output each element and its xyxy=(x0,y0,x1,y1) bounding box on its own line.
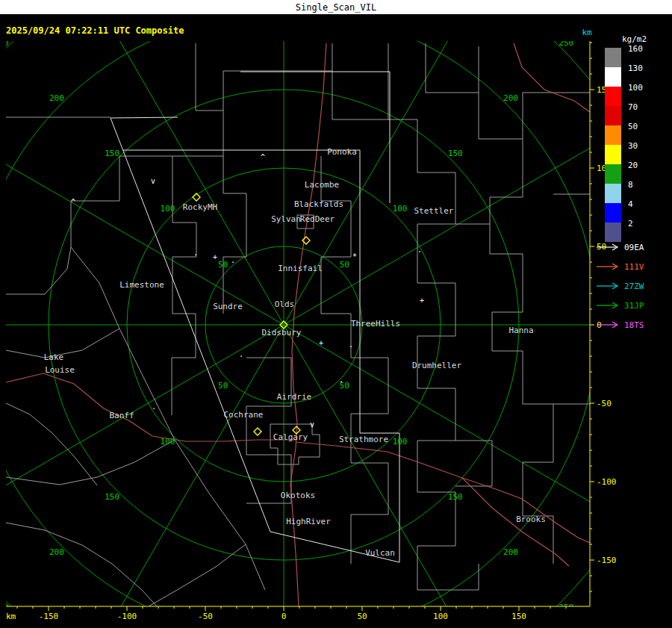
city-label: ThreeHills xyxy=(351,319,400,329)
bottom-axis-unit: km xyxy=(6,612,16,621)
legend-value: 2 xyxy=(628,220,633,228)
map-marker: · xyxy=(339,378,343,386)
map-marker: + xyxy=(319,339,323,347)
map-marker: · xyxy=(417,248,422,256)
legend-color-swatch xyxy=(605,48,621,67)
radar-pointer: 111V xyxy=(595,257,644,276)
range-label: 200 xyxy=(49,547,64,557)
bottom-axis-label: 50 xyxy=(357,612,367,621)
bottom-axis-label: 150 xyxy=(511,612,526,621)
radar-arrow-icon xyxy=(595,243,620,252)
radar-arrow-icon xyxy=(595,320,620,329)
county-boundary xyxy=(417,564,479,590)
legend-entry: 4 xyxy=(605,203,643,223)
legend-color-swatch xyxy=(605,184,621,203)
map-marker: · xyxy=(349,343,353,351)
radar-coverage-outline xyxy=(270,150,399,562)
bottom-axis-label: -100 xyxy=(117,612,137,621)
county-boundary xyxy=(426,43,479,93)
right-axis-label: -150 xyxy=(597,556,617,565)
bottom-axis-label: -50 xyxy=(198,612,213,621)
city-label: Strathmore xyxy=(339,435,388,444)
legend-color-swatch xyxy=(605,67,621,87)
range-label: 50 xyxy=(340,260,349,270)
county-boundary xyxy=(223,43,332,111)
map-marker: + xyxy=(213,253,217,261)
city-label: HighRiver xyxy=(286,517,331,526)
county-boundary xyxy=(6,440,175,485)
legend-value: 70 xyxy=(628,103,638,111)
legend-value: 30 xyxy=(628,142,638,150)
radar-pointer: 18TS xyxy=(595,315,644,335)
azimuth-line xyxy=(0,325,284,628)
plot-area: 5050505010010010010015015015015020020020… xyxy=(0,0,672,628)
radar-pointer: 09EA xyxy=(595,237,644,257)
legend-value: 130 xyxy=(628,64,643,72)
radar-coverage-outline xyxy=(111,117,178,118)
county-boundary xyxy=(479,93,590,139)
legend-value: 4 xyxy=(628,200,633,208)
right-axis-label: -50 xyxy=(597,399,612,408)
county-boundary xyxy=(417,388,455,590)
range-label: 150 xyxy=(448,149,463,158)
map-marker: v xyxy=(310,420,314,429)
city-label: Cochrane xyxy=(224,410,264,420)
range-ring xyxy=(0,11,597,628)
radar-id-label: 18TS xyxy=(624,320,644,330)
city-label: Innisfail xyxy=(278,264,323,273)
map-marker: * xyxy=(352,252,357,261)
county-boundary xyxy=(71,156,172,247)
legend-color-swatch xyxy=(605,87,621,106)
azimuth-line xyxy=(0,325,284,624)
city-label: Hanna xyxy=(508,326,533,335)
city-label: Okotoks xyxy=(281,491,315,500)
legend-value: 100 xyxy=(628,84,643,92)
range-label: 100 xyxy=(160,204,175,214)
radar-pointer: 27ZW xyxy=(595,276,644,296)
radar-arrow-icon xyxy=(595,301,620,310)
highway-line xyxy=(514,43,590,112)
legend-value: 50 xyxy=(628,122,638,131)
county-boundary xyxy=(351,358,388,564)
range-label: 200 xyxy=(503,93,518,103)
county-boundary xyxy=(270,424,320,464)
legend-entry: 8 xyxy=(605,184,643,203)
city-label: Sundre xyxy=(213,302,243,311)
city-label: Louise xyxy=(45,365,75,375)
city-label: Stettler xyxy=(414,206,454,216)
radar-map-canvas: 5050505010010010010015015015015020020020… xyxy=(0,0,672,628)
city-label: Lake xyxy=(44,352,64,362)
city-label: Blackfalds xyxy=(294,199,343,209)
city-label: Olds xyxy=(275,299,295,309)
radar-id-label: 27ZW xyxy=(624,282,644,291)
range-label: 100 xyxy=(393,204,408,214)
city-label: Brooks xyxy=(516,514,546,524)
legend-color-swatch xyxy=(605,106,621,125)
map-marker: · xyxy=(239,352,243,361)
range-label: 100 xyxy=(393,437,408,447)
city-label: Ponoka xyxy=(327,147,357,157)
range-label: 50 xyxy=(218,260,228,270)
city-label: Airdrie xyxy=(277,392,311,402)
county-boundary xyxy=(490,139,523,351)
map-marker: v xyxy=(151,177,155,185)
county-boundary xyxy=(172,43,223,415)
legend-color-swatch xyxy=(605,145,621,164)
legend-entry: 20 xyxy=(605,164,643,184)
range-label: 150 xyxy=(448,492,463,502)
legend-value: 8 xyxy=(628,181,633,189)
city-label: Banff xyxy=(109,411,134,420)
radar-pointer: 31JP xyxy=(595,296,644,315)
city-label: RedDeer xyxy=(300,214,335,224)
range-label: 250 xyxy=(0,38,9,48)
range-label: 200 xyxy=(49,93,64,103)
radar-id-label: 09EA xyxy=(624,243,644,252)
city-label: Drumheller xyxy=(412,361,462,370)
radar-site-list: 09EA111V27ZW31JP18TS xyxy=(595,237,644,335)
map-marker: + xyxy=(420,296,424,305)
map-marker: ^ xyxy=(71,198,75,206)
radar-arrow-icon xyxy=(595,282,620,290)
county-boundary xyxy=(6,247,71,294)
legend-value: 20 xyxy=(628,161,638,170)
city-label: Limestone xyxy=(119,280,164,290)
